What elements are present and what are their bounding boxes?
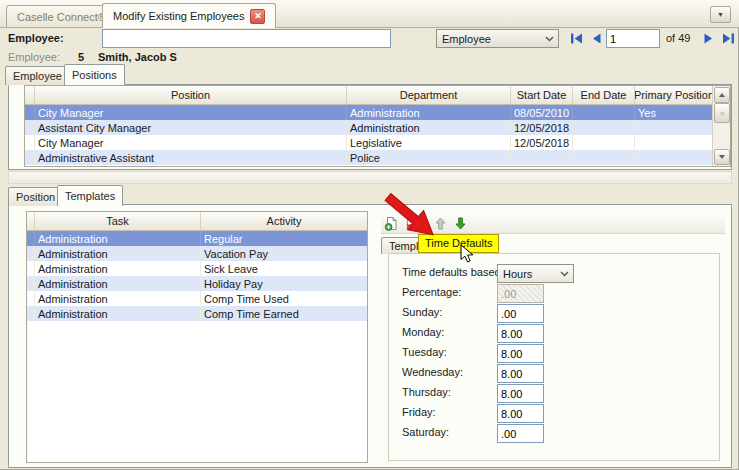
column-header-primary-position[interactable]: Primary Position	[635, 86, 713, 104]
row-indicator	[27, 276, 35, 291]
cell-start-date: 12/05/2018	[511, 120, 573, 135]
tab-caselle-connect[interactable]: Caselle Connect®	[6, 5, 117, 27]
positions-grid-header: Position Department Start Date End Date …	[25, 86, 730, 105]
column-header-start-date[interactable]: Start Date	[511, 86, 573, 104]
table-row[interactable]: Assistant City Manager Administration 12…	[25, 120, 730, 135]
column-header-end-date[interactable]: End Date	[573, 86, 635, 104]
move-down-icon[interactable]	[452, 216, 468, 232]
next-record-icon	[703, 33, 714, 44]
cell-position: Assistant City Manager	[35, 120, 347, 135]
positions-panel: Position Department Start Date End Date …	[8, 84, 732, 170]
horizontal-splitter[interactable]	[8, 171, 732, 184]
cell-end-date	[573, 105, 635, 120]
cell-department: Police	[347, 150, 511, 165]
cell-primary-position: Yes	[635, 105, 713, 120]
toolbar-separator	[425, 217, 426, 231]
saturday-label: Saturday:	[402, 426, 449, 438]
cell-task: Administration	[35, 231, 201, 246]
monday-field[interactable]	[497, 324, 544, 343]
last-record-icon	[722, 33, 735, 44]
cell-activity: Regular	[201, 231, 367, 246]
cell-activity: Sick Leave	[201, 261, 367, 276]
search-field-selector-value: Employee	[442, 33, 491, 45]
monday-label: Monday:	[402, 326, 444, 338]
thursday-field[interactable]	[497, 384, 544, 403]
saturday-field[interactable]	[497, 424, 544, 443]
templates-grid-header: Task Activity	[27, 212, 367, 231]
table-row[interactable]: Administration Comp Time Earned	[27, 306, 367, 321]
table-row[interactable]: Administration Sick Leave	[27, 261, 367, 276]
templates-panel: Task Activity Administration Regular Adm…	[8, 204, 732, 468]
cell-department: Administration	[347, 120, 511, 135]
friday-field[interactable]	[497, 404, 544, 423]
employee-search-input[interactable]	[102, 29, 391, 48]
row-indicator	[25, 150, 35, 165]
cell-primary-position	[635, 120, 713, 135]
column-header-department[interactable]: Department	[347, 86, 511, 104]
chevron-down-icon	[560, 271, 569, 277]
scrollbar-thumb[interactable]: ≡	[714, 103, 730, 123]
first-record-icon	[570, 33, 583, 44]
wednesday-field[interactable]	[497, 364, 544, 383]
cell-task: Administration	[35, 276, 201, 291]
cell-start-date	[511, 150, 573, 165]
triangle-up-icon	[719, 93, 725, 97]
delete-template-icon[interactable]	[403, 216, 419, 232]
cell-activity: Vacation Pay	[201, 246, 367, 261]
tab-employee[interactable]: Employee	[5, 66, 70, 85]
row-indicator	[25, 120, 35, 135]
previous-record-button[interactable]	[586, 30, 606, 46]
record-number-input[interactable]	[606, 29, 660, 48]
scroll-down-button[interactable]	[714, 149, 730, 165]
table-row[interactable]: Administration Regular	[27, 231, 367, 246]
tab-templates[interactable]: Templates	[57, 185, 123, 206]
add-template-icon[interactable]	[383, 216, 399, 232]
table-row[interactable]: Administration Holiday Pay	[27, 276, 367, 291]
status-employee-name: Smith, Jacob S	[98, 51, 177, 63]
tab-caselle-connect-label: Caselle Connect®	[17, 11, 106, 23]
column-header-activity[interactable]: Activity	[201, 212, 367, 230]
column-header-position[interactable]: Position	[35, 86, 347, 104]
column-header-task[interactable]: Task	[35, 212, 201, 230]
table-row[interactable]: Administrative Assistant Police	[25, 150, 730, 165]
next-record-button[interactable]	[698, 30, 718, 46]
cell-department: Administration	[347, 105, 511, 120]
search-field-selector[interactable]: Employee	[436, 29, 559, 48]
first-record-button[interactable]	[566, 30, 586, 46]
percentage-field	[497, 284, 544, 303]
scroll-up-button[interactable]	[714, 87, 730, 103]
tab-modify-existing-employees[interactable]: Modify Existing Employees ✕	[102, 3, 276, 28]
wednesday-label: Wednesday:	[402, 366, 463, 378]
move-up-icon[interactable]	[432, 216, 448, 232]
table-row[interactable]: City Manager Legislative 12/05/2018	[25, 135, 730, 150]
tab-position[interactable]: Position	[8, 187, 63, 206]
row-indicator	[27, 306, 35, 321]
row-indicator	[25, 135, 35, 150]
last-record-button[interactable]	[718, 30, 738, 46]
sunday-field[interactable]	[497, 304, 544, 323]
percentage-label: Percentage:	[402, 286, 461, 298]
thursday-label: Thursday:	[402, 386, 451, 398]
cell-primary-position	[635, 150, 713, 165]
cell-position: Administrative Assistant	[35, 150, 347, 165]
previous-record-icon	[591, 33, 602, 44]
row-header-cell	[25, 86, 35, 104]
table-row[interactable]: Administration Comp Time Used	[27, 291, 367, 306]
row-indicator	[27, 246, 35, 261]
cell-task: Administration	[35, 261, 201, 276]
cell-end-date	[573, 150, 635, 165]
tab-positions[interactable]: Positions	[64, 64, 125, 85]
status-employee-number: 5	[78, 51, 84, 63]
tab-list-dropdown-button[interactable]: ▼	[710, 6, 731, 23]
tab-time-defaults[interactable]: Time Defaults	[418, 234, 499, 253]
table-row[interactable]: Administration Vacation Pay	[27, 246, 367, 261]
table-row[interactable]: City Manager Administration 08/05/2010 Y…	[25, 105, 730, 120]
tuesday-field[interactable]	[497, 344, 544, 363]
time-defaults-based-on-select[interactable]: Hours	[497, 264, 574, 283]
sunday-label: Sunday:	[402, 306, 442, 318]
record-count-label: of 49	[666, 32, 690, 44]
vertical-scrollbar[interactable]: ≡	[712, 86, 730, 166]
row-indicator	[27, 231, 35, 246]
close-tab-icon[interactable]: ✕	[250, 9, 265, 24]
cell-end-date	[573, 120, 635, 135]
